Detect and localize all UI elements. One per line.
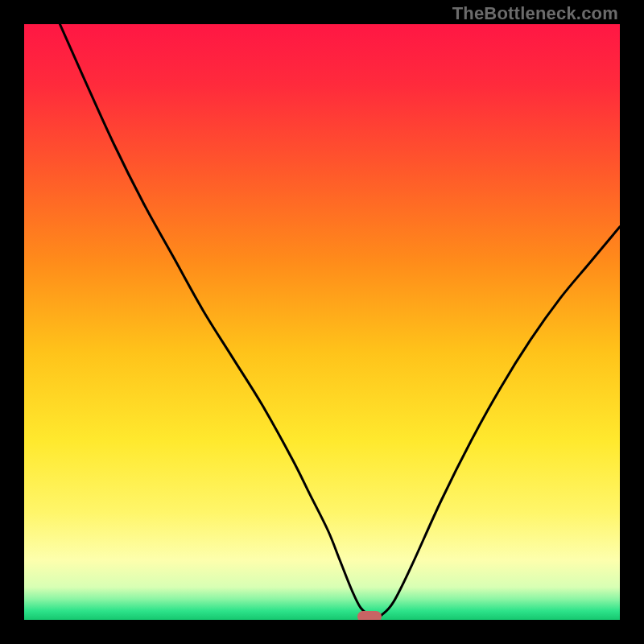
- chart-svg: [24, 24, 620, 620]
- chart-frame: TheBottleneck.com: [0, 0, 644, 644]
- bottleneck-curve: [60, 24, 620, 617]
- plot-area: [24, 24, 620, 620]
- gradient-background: [24, 24, 620, 620]
- minimum-marker: [357, 611, 382, 620]
- watermark-text: TheBottleneck.com: [452, 3, 618, 24]
